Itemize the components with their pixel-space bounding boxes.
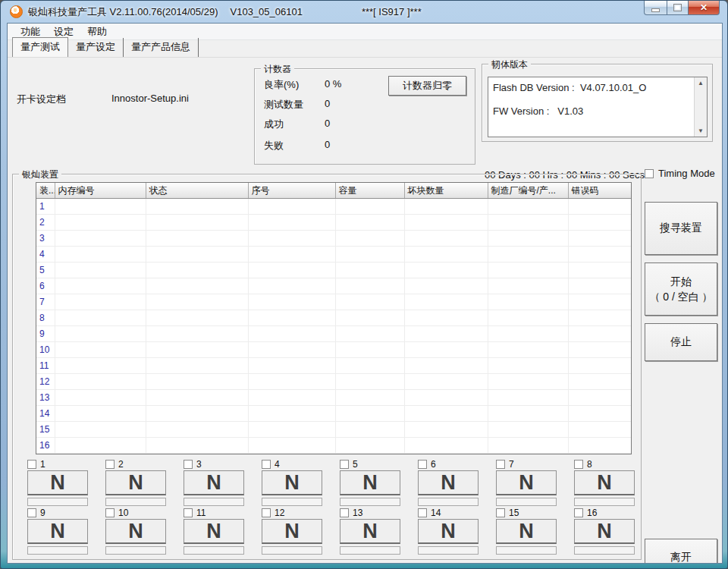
table-cell: [248, 422, 335, 438]
slot-check-row: 4: [262, 458, 322, 470]
column-header[interactable]: 内存编号: [55, 183, 146, 199]
column-header[interactable]: 坏块数量: [404, 183, 488, 199]
table-cell: [248, 215, 335, 231]
slot-checkbox[interactable]: [262, 460, 271, 469]
table-row[interactable]: 7: [36, 294, 631, 310]
firmware-scrollbar[interactable]: ▲ ▼: [694, 77, 707, 137]
app-icon: [10, 5, 23, 18]
table-row[interactable]: 14: [36, 406, 631, 422]
slot-checkbox[interactable]: [574, 460, 583, 469]
table-row[interactable]: 13: [36, 390, 631, 406]
slot-status-panel: N: [262, 470, 322, 495]
counter-row: 成功0: [264, 118, 453, 133]
slot-checkbox[interactable]: [184, 460, 193, 469]
table-cell: [146, 262, 248, 278]
exit-button[interactable]: 离开: [645, 539, 717, 564]
slot-progress-bar: [340, 498, 400, 506]
table-cell: [248, 247, 335, 262]
devices-group-title: 银灿装置: [19, 168, 61, 181]
slot-number: 12: [275, 508, 284, 518]
scroll-up-icon[interactable]: ▲: [695, 77, 707, 89]
slot-checkbox[interactable]: [496, 460, 505, 469]
table-cell: [146, 406, 248, 422]
timing-mode-checkbox[interactable]: [645, 169, 654, 178]
slot-checkbox[interactable]: [418, 508, 427, 517]
client-area: 功能设定帮助 量产测试量产设定量产产品信息 开卡设定档 Innostor-Set…: [7, 23, 723, 564]
tab-production-test[interactable]: 量产测试: [12, 37, 68, 57]
tab-product-info[interactable]: 量产产品信息: [124, 38, 199, 57]
table-cell: [404, 215, 488, 231]
firmware-listbox[interactable]: Flash DB Version : V4.07.10.01_OFW Versi…: [488, 77, 708, 137]
slot-checkbox[interactable]: [105, 460, 115, 469]
table-cell: [488, 422, 568, 438]
slot-checkbox[interactable]: [496, 508, 505, 517]
table-row[interactable]: 6: [36, 278, 631, 294]
window-frame: 银灿科技量产工具 V2.11.00.76(2014/05/29)V103_05_…: [0, 0, 728, 569]
search-device-button[interactable]: 搜寻装置: [645, 202, 717, 255]
firmware-lines: Flash DB Version : V4.07.10.01_OFW Versi…: [493, 81, 692, 128]
slot-checkbox[interactable]: [105, 508, 115, 517]
window-title-chip: ***[ IS917 ]***: [362, 6, 422, 17]
table-row[interactable]: 15: [36, 422, 631, 438]
table-cell: [488, 342, 568, 358]
table-cell: [488, 199, 568, 215]
table-cell: [404, 310, 488, 326]
row-number-cell: 6: [36, 278, 55, 294]
close-button[interactable]: ✕: [688, 1, 720, 15]
column-header[interactable]: 装...: [36, 183, 55, 199]
table-row[interactable]: 12: [36, 374, 631, 390]
window-title: 银灿科技量产工具 V2.11.00.76(2014/05/29)V103_05_…: [28, 5, 422, 19]
table-cell: [146, 310, 248, 326]
stop-button[interactable]: 停止: [645, 323, 717, 361]
firmware-group-title: 韧体版本: [488, 58, 531, 71]
table-row[interactable]: 16: [36, 438, 631, 454]
table-row[interactable]: 4: [36, 247, 631, 262]
slot-checkbox[interactable]: [27, 508, 36, 517]
table-row[interactable]: 11: [36, 358, 631, 374]
table-cell: [335, 247, 404, 262]
table-cell: [404, 342, 488, 358]
minimize-button[interactable]: [644, 1, 667, 15]
title-bar[interactable]: 银灿科技量产工具 V2.11.00.76(2014/05/29)V103_05_…: [1, 1, 727, 23]
table-cell: [55, 390, 146, 406]
slot-row-1: 1N2N3N4N5N6N7N8N: [27, 458, 635, 506]
maximize-button[interactable]: [667, 1, 688, 15]
table-cell: [568, 231, 631, 247]
table-cell: [568, 294, 631, 310]
slot-check-row: 11: [184, 507, 244, 519]
table-row[interactable]: 3: [36, 231, 631, 247]
counter-row-label: 测试数量: [264, 99, 303, 110]
slot-checkbox[interactable]: [262, 508, 271, 517]
start-button[interactable]: 开始 （ 0 / 空白 ）: [645, 262, 717, 316]
slot-progress-bar: [574, 546, 635, 555]
table-row[interactable]: 8: [36, 310, 631, 326]
tab-production-settings[interactable]: 量产设定: [68, 38, 124, 57]
table-cell: [248, 326, 335, 342]
reset-counter-button[interactable]: 计数器归零: [388, 76, 466, 96]
slot-status-panel: N: [418, 519, 479, 544]
slot-progress-bar: [418, 498, 479, 506]
scroll-down-icon[interactable]: ▼: [695, 125, 707, 137]
table-row[interactable]: 5: [36, 262, 631, 278]
table-cell: [146, 374, 248, 390]
slot-checkbox[interactable]: [574, 508, 583, 517]
column-header[interactable]: 错误码: [568, 183, 631, 199]
slot-checkbox[interactable]: [340, 508, 349, 517]
column-header[interactable]: 制造厂编号/产...: [488, 183, 568, 199]
column-header[interactable]: 容量: [335, 183, 404, 199]
column-header[interactable]: 状态: [146, 183, 248, 199]
table-cell: [488, 406, 568, 422]
slot-checkbox[interactable]: [340, 460, 349, 469]
slot-number: 6: [431, 459, 436, 470]
table-row[interactable]: 9: [36, 326, 631, 342]
column-header[interactable]: 序号: [248, 183, 335, 199]
table-row[interactable]: 1: [36, 199, 631, 215]
slot-checkbox[interactable]: [27, 460, 36, 469]
table-cell: [404, 326, 488, 342]
table-row[interactable]: 2: [36, 215, 631, 231]
slot-checkbox[interactable]: [418, 460, 427, 469]
row-number-cell: 15: [36, 422, 55, 438]
table-row[interactable]: 10: [36, 342, 631, 358]
slot-checkbox[interactable]: [184, 508, 193, 517]
table-cell: [335, 438, 404, 454]
